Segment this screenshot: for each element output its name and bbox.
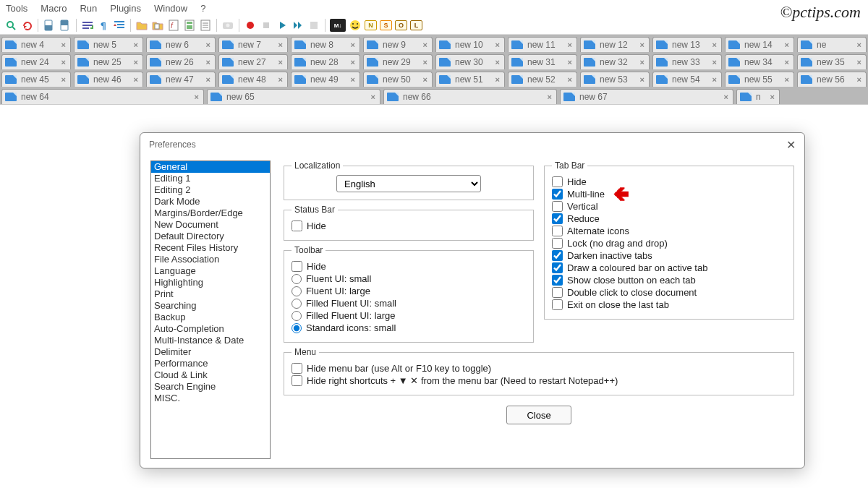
record-icon[interactable]: [244, 19, 257, 32]
tab-close-icon[interactable]: ×: [712, 58, 717, 67]
category-item[interactable]: Highlighting: [151, 277, 270, 288]
category-item[interactable]: Auto-Completion: [151, 323, 270, 335]
category-item[interactable]: New Document: [151, 219, 270, 231]
tab[interactable]: new 4×: [1, 37, 71, 52]
category-item[interactable]: Cloud & Link: [151, 369, 270, 381]
doc-icon[interactable]: [43, 19, 56, 32]
tab[interactable]: new 12×: [580, 37, 650, 52]
pilcrow-icon[interactable]: ¶: [97, 19, 110, 32]
tab[interactable]: new 66×: [383, 89, 557, 104]
tab-close-icon[interactable]: ×: [278, 75, 283, 84]
tab-close-icon[interactable]: ×: [206, 75, 210, 84]
category-item[interactable]: File Association: [151, 254, 270, 265]
tab-close-icon[interactable]: ×: [568, 58, 572, 67]
tab-close-icon[interactable]: ×: [134, 40, 138, 49]
tab[interactable]: new 7×: [218, 37, 288, 52]
tabbar-lock-check[interactable]: [552, 238, 563, 249]
stop-icon[interactable]: [260, 19, 273, 32]
camera-icon[interactable]: [221, 19, 234, 32]
tab-close-icon[interactable]: ×: [640, 40, 644, 49]
tab-close-icon[interactable]: ×: [857, 40, 861, 49]
tab[interactable]: new 29×: [363, 54, 433, 69]
fastfwd-icon[interactable]: [292, 19, 305, 32]
statusbar-hide-check[interactable]: [292, 221, 302, 231]
tab[interactable]: new 10×: [435, 37, 505, 52]
toolbar-fluent-large-radio[interactable]: [292, 286, 302, 296]
category-item[interactable]: Dark Mode: [151, 196, 270, 207]
tab[interactable]: new 67×: [560, 89, 733, 104]
tab[interactable]: new 52×: [508, 72, 577, 87]
toolbar-standard-radio[interactable]: [292, 323, 302, 333]
tabbar-reduce-check[interactable]: [552, 213, 563, 224]
tab-close-icon[interactable]: ×: [785, 40, 789, 49]
tab[interactable]: new 45×: [1, 72, 71, 87]
category-item[interactable]: Recent Files History: [151, 242, 270, 254]
tab-close-icon[interactable]: ×: [640, 75, 644, 84]
tab[interactable]: new 46×: [74, 72, 143, 87]
tab-close-icon[interactable]: ×: [61, 75, 66, 84]
tab-close-icon[interactable]: ×: [61, 58, 66, 67]
menu-hidebar-check[interactable]: [292, 363, 302, 374]
tab-close-icon[interactable]: ×: [351, 58, 355, 67]
badge-s[interactable]: S: [380, 20, 392, 30]
tab[interactable]: new 32×: [580, 54, 650, 69]
menu-tools[interactable]: Tools: [6, 3, 27, 14]
tab[interactable]: new 11×: [508, 37, 577, 52]
list-icon[interactable]: [199, 19, 212, 32]
category-list[interactable]: GeneralEditing 1Editing 2Dark ModeMargin…: [150, 160, 271, 459]
tab[interactable]: new 50×: [363, 72, 433, 87]
tab-close-icon[interactable]: ×: [712, 75, 717, 84]
tab-close-icon[interactable]: ×: [206, 40, 210, 49]
category-item[interactable]: Searching: [151, 300, 270, 312]
tab[interactable]: new 51×: [435, 72, 505, 87]
close-button[interactable]: Close: [506, 406, 571, 424]
category-item[interactable]: Language: [151, 265, 270, 277]
category-item[interactable]: Delimiter: [151, 346, 270, 358]
tab-close-icon[interactable]: ×: [278, 40, 283, 49]
tab-close-icon[interactable]: ×: [548, 93, 552, 101]
tab[interactable]: new 27×: [218, 54, 288, 69]
tabbar-vertical-check[interactable]: [552, 201, 563, 212]
category-item[interactable]: Margins/Border/Edge: [151, 207, 270, 219]
tab[interactable]: new 28×: [291, 54, 360, 69]
category-item[interactable]: Backup: [151, 312, 270, 323]
magnifier-icon[interactable]: [4, 19, 17, 32]
tab[interactable]: new 30×: [435, 54, 505, 69]
tab[interactable]: new 24×: [1, 54, 71, 69]
tab-close-icon[interactable]: ×: [785, 75, 789, 84]
tab-close-icon[interactable]: ×: [495, 58, 500, 67]
tabbar-exitlast-check[interactable]: [552, 299, 563, 310]
tab-close-icon[interactable]: ×: [134, 58, 138, 67]
tab[interactable]: new 35×: [797, 54, 867, 69]
category-item[interactable]: Editing 2: [151, 184, 270, 196]
tab-close-icon[interactable]: ×: [785, 58, 789, 67]
tab[interactable]: new 8×: [291, 37, 360, 52]
badge-n[interactable]: N: [365, 20, 377, 30]
tab[interactable]: new 65×: [207, 89, 380, 104]
tab-close-icon[interactable]: ×: [640, 58, 644, 67]
tab-close-icon[interactable]: ×: [423, 75, 427, 84]
tab[interactable]: new 14×: [725, 37, 794, 52]
tab[interactable]: new 53×: [580, 72, 650, 87]
tab-close-icon[interactable]: ×: [423, 58, 427, 67]
menu-plugins[interactable]: Plugins: [110, 3, 141, 14]
category-item[interactable]: Multi-Instance & Date: [151, 335, 270, 346]
tab-close-icon[interactable]: ×: [568, 75, 572, 84]
category-item[interactable]: MISC.: [151, 393, 270, 404]
func-icon[interactable]: f: [167, 19, 180, 32]
tabbar-darken-check[interactable]: [552, 250, 563, 261]
category-item[interactable]: Editing 1: [151, 173, 270, 184]
menu-hideshort-check[interactable]: [292, 375, 302, 386]
menu-help[interactable]: ?: [200, 3, 205, 14]
folder-icon[interactable]: [135, 19, 148, 32]
tab[interactable]: new 56×: [797, 72, 867, 87]
tab[interactable]: new 49×: [291, 72, 360, 87]
tab-close-icon[interactable]: ×: [278, 58, 283, 67]
tab-close-icon[interactable]: ×: [423, 40, 427, 49]
tabbar-dblclick-check[interactable]: [552, 287, 563, 298]
menu-macro[interactable]: Macro: [41, 3, 67, 14]
tab[interactable]: new 31×: [508, 54, 577, 69]
tab-close-icon[interactable]: ×: [724, 93, 728, 101]
toolbar-hide-check[interactable]: [292, 261, 302, 272]
tab-close-icon[interactable]: ×: [371, 93, 375, 101]
